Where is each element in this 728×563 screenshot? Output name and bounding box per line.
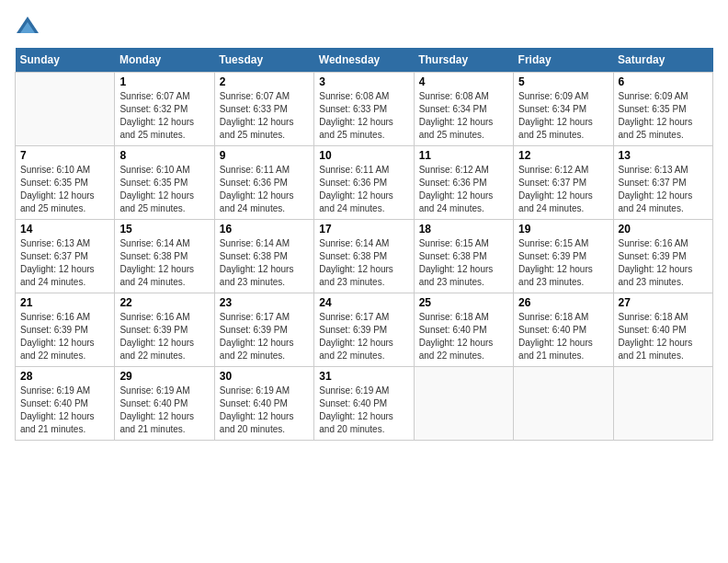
calendar-day-cell: 3Sunrise: 6:08 AMSunset: 6:33 PMDaylight… <box>314 73 414 146</box>
day-number: 7 <box>20 149 109 162</box>
calendar-day-cell: 5Sunrise: 6:09 AMSunset: 6:34 PMDaylight… <box>514 73 613 146</box>
day-number: 21 <box>20 296 109 309</box>
day-number: 31 <box>319 370 408 383</box>
calendar-day-cell: 2Sunrise: 6:07 AMSunset: 6:33 PMDaylight… <box>214 73 313 146</box>
calendar-day-cell: 29Sunrise: 6:19 AMSunset: 6:40 PMDayligh… <box>115 367 214 441</box>
calendar-day-cell <box>514 367 613 441</box>
calendar-day-cell: 18Sunrise: 6:15 AMSunset: 6:38 PMDayligh… <box>414 220 513 293</box>
day-info: Sunrise: 6:14 AMSunset: 6:38 PMDaylight:… <box>220 237 309 289</box>
calendar-day-cell: 8Sunrise: 6:10 AMSunset: 6:35 PMDaylight… <box>115 146 214 220</box>
calendar-day-cell: 12Sunrise: 6:12 AMSunset: 6:37 PMDayligh… <box>514 146 613 220</box>
day-number: 12 <box>518 149 608 162</box>
day-info: Sunrise: 6:14 AMSunset: 6:38 PMDaylight:… <box>319 237 408 289</box>
calendar-header-row: SundayMondayTuesdayWednesdayThursdayFrid… <box>16 48 713 73</box>
day-number: 27 <box>619 296 708 309</box>
day-of-week-header: Sunday <box>16 48 115 73</box>
day-number: 2 <box>220 75 309 88</box>
calendar-day-cell: 24Sunrise: 6:17 AMSunset: 6:39 PMDayligh… <box>314 293 414 367</box>
day-info: Sunrise: 6:17 AMSunset: 6:39 PMDaylight:… <box>220 311 309 362</box>
day-number: 8 <box>119 149 209 162</box>
day-of-week-header: Saturday <box>613 48 712 73</box>
calendar-week-row: 21Sunrise: 6:16 AMSunset: 6:39 PMDayligh… <box>16 293 713 367</box>
day-info: Sunrise: 6:19 AMSunset: 6:40 PMDaylight:… <box>119 385 209 436</box>
calendar-day-cell: 31Sunrise: 6:19 AMSunset: 6:40 PMDayligh… <box>314 367 414 441</box>
calendar-day-cell: 23Sunrise: 6:17 AMSunset: 6:39 PMDayligh… <box>214 293 313 367</box>
calendar-body: 1Sunrise: 6:07 AMSunset: 6:32 PMDaylight… <box>16 73 713 441</box>
calendar-day-cell: 20Sunrise: 6:16 AMSunset: 6:39 PMDayligh… <box>613 220 712 293</box>
day-info: Sunrise: 6:07 AMSunset: 6:33 PMDaylight:… <box>220 90 309 142</box>
day-number: 22 <box>119 296 209 309</box>
day-info: Sunrise: 6:16 AMSunset: 6:39 PMDaylight:… <box>619 237 708 289</box>
calendar-day-cell <box>16 73 115 146</box>
calendar-day-cell: 26Sunrise: 6:18 AMSunset: 6:40 PMDayligh… <box>514 293 613 367</box>
day-number: 15 <box>119 223 209 236</box>
day-number: 28 <box>20 370 109 383</box>
calendar-week-row: 14Sunrise: 6:13 AMSunset: 6:37 PMDayligh… <box>16 220 713 293</box>
day-info: Sunrise: 6:17 AMSunset: 6:39 PMDaylight:… <box>319 311 408 362</box>
logo <box>15 15 44 40</box>
day-number: 10 <box>319 149 408 162</box>
day-of-week-header: Monday <box>115 48 214 73</box>
day-info: Sunrise: 6:09 AMSunset: 6:34 PMDaylight:… <box>518 90 608 142</box>
day-info: Sunrise: 6:09 AMSunset: 6:35 PMDaylight:… <box>619 90 708 142</box>
day-info: Sunrise: 6:15 AMSunset: 6:39 PMDaylight:… <box>518 237 608 289</box>
day-number: 18 <box>419 223 508 236</box>
day-info: Sunrise: 6:14 AMSunset: 6:38 PMDaylight:… <box>119 237 209 289</box>
day-info: Sunrise: 6:19 AMSunset: 6:40 PMDaylight:… <box>319 385 408 436</box>
calendar-day-cell: 19Sunrise: 6:15 AMSunset: 6:39 PMDayligh… <box>514 220 613 293</box>
day-of-week-header: Wednesday <box>314 48 414 73</box>
day-number: 20 <box>619 223 708 236</box>
day-number: 11 <box>419 149 508 162</box>
day-info: Sunrise: 6:13 AMSunset: 6:37 PMDaylight:… <box>20 237 109 289</box>
calendar-day-cell: 4Sunrise: 6:08 AMSunset: 6:34 PMDaylight… <box>414 73 513 146</box>
day-info: Sunrise: 6:16 AMSunset: 6:39 PMDaylight:… <box>20 311 109 362</box>
calendar-day-cell: 17Sunrise: 6:14 AMSunset: 6:38 PMDayligh… <box>314 220 414 293</box>
day-number: 16 <box>220 223 309 236</box>
day-of-week-header: Tuesday <box>214 48 313 73</box>
calendar-day-cell: 1Sunrise: 6:07 AMSunset: 6:32 PMDaylight… <box>115 73 214 146</box>
day-info: Sunrise: 6:19 AMSunset: 6:40 PMDaylight:… <box>20 385 109 436</box>
day-info: Sunrise: 6:10 AMSunset: 6:35 PMDaylight:… <box>119 164 209 215</box>
calendar-day-cell <box>613 367 712 441</box>
calendar-day-cell: 22Sunrise: 6:16 AMSunset: 6:39 PMDayligh… <box>115 293 214 367</box>
day-info: Sunrise: 6:13 AMSunset: 6:37 PMDaylight:… <box>619 164 708 215</box>
day-info: Sunrise: 6:07 AMSunset: 6:32 PMDaylight:… <box>119 90 209 142</box>
day-info: Sunrise: 6:12 AMSunset: 6:37 PMDaylight:… <box>518 164 608 215</box>
day-number: 30 <box>220 370 309 383</box>
day-info: Sunrise: 6:18 AMSunset: 6:40 PMDaylight:… <box>518 311 608 362</box>
day-info: Sunrise: 6:18 AMSunset: 6:40 PMDaylight:… <box>419 311 508 362</box>
day-info: Sunrise: 6:10 AMSunset: 6:35 PMDaylight:… <box>20 164 109 215</box>
calendar-day-cell: 6Sunrise: 6:09 AMSunset: 6:35 PMDaylight… <box>613 73 712 146</box>
calendar-day-cell: 10Sunrise: 6:11 AMSunset: 6:36 PMDayligh… <box>314 146 414 220</box>
calendar-day-cell: 30Sunrise: 6:19 AMSunset: 6:40 PMDayligh… <box>214 367 313 441</box>
calendar-day-cell: 21Sunrise: 6:16 AMSunset: 6:39 PMDayligh… <box>16 293 115 367</box>
calendar-day-cell: 13Sunrise: 6:13 AMSunset: 6:37 PMDayligh… <box>613 146 712 220</box>
day-number: 4 <box>419 75 508 88</box>
day-number: 26 <box>518 296 608 309</box>
calendar-week-row: 7Sunrise: 6:10 AMSunset: 6:35 PMDaylight… <box>16 146 713 220</box>
day-number: 19 <box>518 223 608 236</box>
calendar-day-cell: 7Sunrise: 6:10 AMSunset: 6:35 PMDaylight… <box>16 146 115 220</box>
day-info: Sunrise: 6:08 AMSunset: 6:33 PMDaylight:… <box>319 90 408 142</box>
calendar-day-cell <box>414 367 513 441</box>
calendar-day-cell: 27Sunrise: 6:18 AMSunset: 6:40 PMDayligh… <box>613 293 712 367</box>
day-info: Sunrise: 6:11 AMSunset: 6:36 PMDaylight:… <box>220 164 309 215</box>
calendar-day-cell: 28Sunrise: 6:19 AMSunset: 6:40 PMDayligh… <box>16 367 115 441</box>
day-info: Sunrise: 6:15 AMSunset: 6:38 PMDaylight:… <box>419 237 508 289</box>
logo-icon <box>15 15 40 40</box>
calendar-day-cell: 11Sunrise: 6:12 AMSunset: 6:36 PMDayligh… <box>414 146 513 220</box>
calendar-table: SundayMondayTuesdayWednesdayThursdayFrid… <box>15 48 713 441</box>
day-number: 1 <box>119 75 209 88</box>
day-number: 6 <box>619 75 708 88</box>
calendar-day-cell: 16Sunrise: 6:14 AMSunset: 6:38 PMDayligh… <box>214 220 313 293</box>
day-info: Sunrise: 6:18 AMSunset: 6:40 PMDaylight:… <box>619 311 708 362</box>
day-number: 9 <box>220 149 309 162</box>
day-number: 17 <box>319 223 408 236</box>
day-number: 23 <box>220 296 309 309</box>
day-of-week-header: Thursday <box>414 48 513 73</box>
day-number: 25 <box>419 296 508 309</box>
calendar-day-cell: 25Sunrise: 6:18 AMSunset: 6:40 PMDayligh… <box>414 293 513 367</box>
day-info: Sunrise: 6:12 AMSunset: 6:36 PMDaylight:… <box>419 164 508 215</box>
calendar-week-row: 1Sunrise: 6:07 AMSunset: 6:32 PMDaylight… <box>16 73 713 146</box>
day-info: Sunrise: 6:16 AMSunset: 6:39 PMDaylight:… <box>119 311 209 362</box>
